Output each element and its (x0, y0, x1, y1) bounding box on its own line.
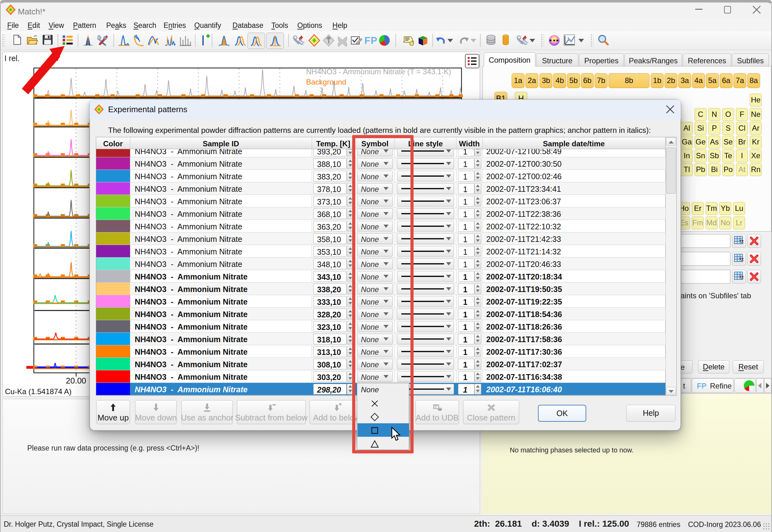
svg-text:NH4NO3 - Ammonium Nitrate (T: NH4NO3 - Ammonium Nitrate (T = 343.1 K) (306, 67, 451, 76)
svg-text:Background: Background (306, 78, 346, 86)
